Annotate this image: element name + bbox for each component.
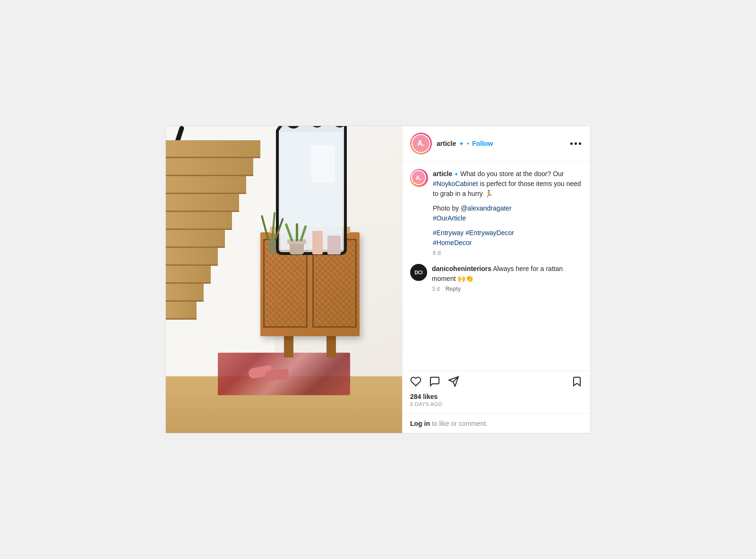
reply-button[interactable]: Reply (446, 286, 461, 292)
login-link[interactable]: Log in (410, 420, 430, 427)
caption-verified: ✦ (454, 171, 458, 177)
post-image (166, 126, 402, 433)
comment-row: DCI danicoheninteriors Always here for a… (410, 264, 583, 292)
caption-username: article (433, 170, 452, 178)
caption-row: A. article ✦ What do you store at the do… (410, 169, 583, 256)
action-bar: 284 likes 6 DAYS AGO (403, 371, 590, 414)
caption-photo-credit: Photo by @alexandragater #OurArticle (433, 203, 583, 223)
action-icons (410, 376, 583, 389)
comment-username: danicoheninteriors (432, 265, 491, 272)
verified-icon: ✦ (459, 140, 464, 147)
comment-avatar-text: DCI (414, 270, 422, 275)
instagram-post: A. article ✦ • Follow ••• A. (165, 126, 591, 433)
caption-content: article ✦ What do you store at the door?… (433, 169, 583, 256)
caption-time: 6 d (433, 250, 583, 256)
header-username: article (437, 140, 456, 147)
avatar-wrapper: A. (410, 133, 432, 154)
post-right-header: A. article ✦ • Follow ••• (403, 126, 590, 161)
avatar: A. (412, 134, 430, 153)
share-button[interactable] (448, 376, 459, 389)
comment-icon (429, 376, 440, 387)
more-options-button[interactable]: ••• (570, 138, 583, 149)
dot-separator: • (467, 140, 469, 147)
stairs (166, 140, 260, 320)
hashtag-entrywaydecor: #EntrywayDecor (465, 229, 514, 237)
post-layout: A. article ✦ • Follow ••• A. (166, 126, 590, 433)
login-prompt: Log in to like or comment. (403, 414, 590, 433)
scene (166, 126, 402, 433)
like-button[interactable] (410, 376, 421, 389)
comment-meta: 3 d Reply (432, 286, 583, 292)
slipper-right (265, 369, 289, 381)
bookmark-icon (571, 376, 583, 387)
username-follow: article ✦ • Follow (437, 140, 493, 147)
follow-button[interactable]: Follow (472, 140, 493, 147)
comment-text: danicoheninteriors Always here for a rat… (432, 264, 583, 284)
plants (263, 217, 341, 254)
login-post-text: to like or comment. (432, 420, 488, 427)
hashtag-noyko: #NoykoCabinet (433, 180, 478, 187)
hashtag-entryway: #Entryway (433, 229, 464, 237)
caption-avatar-wrapper: A. (410, 169, 428, 187)
comment-button[interactable] (429, 376, 440, 389)
caption-area: A. article ✦ What do you store at the do… (403, 161, 590, 371)
likes-count: 284 likes (410, 393, 583, 400)
header-left: A. article ✦ • Follow (410, 133, 493, 154)
share-icon (448, 376, 459, 387)
hashtag-ourarticle: #OurArticle (433, 214, 466, 222)
bookmark-button[interactable] (571, 376, 583, 389)
svg-rect-1 (311, 145, 335, 183)
comment-body: danicoheninteriors Always here for a rat… (432, 264, 583, 292)
days-ago: 6 DAYS AGO (410, 401, 583, 407)
comment-time: 3 d (432, 286, 440, 292)
heart-icon (410, 376, 421, 387)
comment-avatar: DCI (410, 264, 427, 281)
hashtag-homedecor: #HomeDecor (433, 239, 472, 246)
post-right-panel: A. article ✦ • Follow ••• A. (402, 126, 590, 433)
caption-text: article ✦ What do you store at the door?… (433, 169, 583, 199)
caption-hashtags: #Entryway #EntrywayDecor #HomeDecor (433, 228, 583, 248)
photo-credit-handle: @alexandragater (461, 204, 512, 212)
caption-avatar: A. (411, 170, 426, 185)
